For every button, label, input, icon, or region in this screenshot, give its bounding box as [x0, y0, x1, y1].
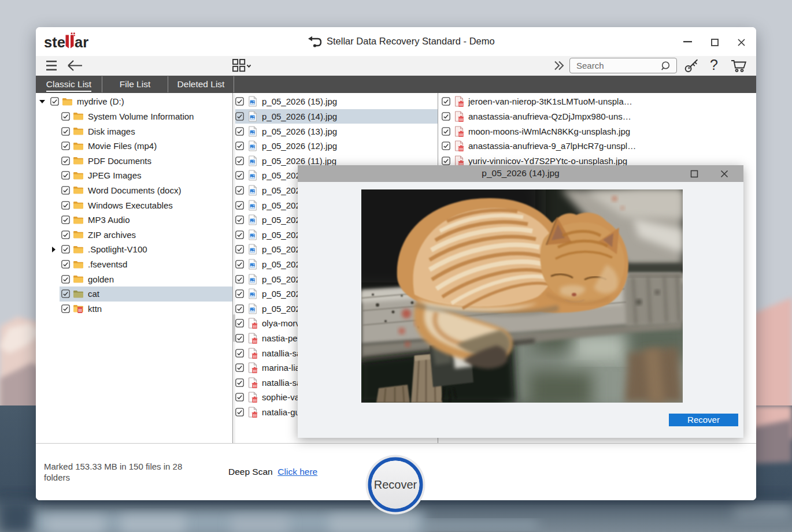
svg-text:Recover: Recover	[374, 478, 417, 491]
svg-text:ar: ar	[75, 34, 88, 50]
svg-text:ste: ste	[44, 34, 65, 50]
